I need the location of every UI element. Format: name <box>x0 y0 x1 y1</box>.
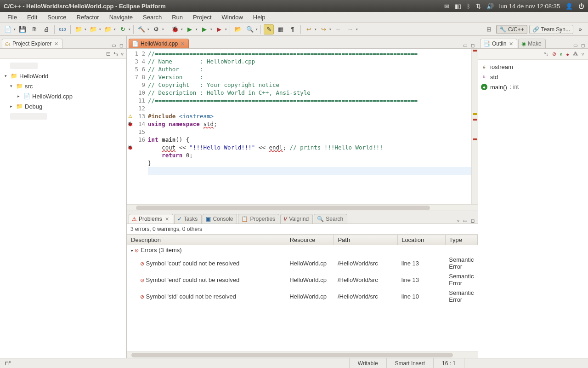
build-icon[interactable]: 🔨 <box>136 24 147 34</box>
profile-icon[interactable]: ▶ <box>199 24 209 34</box>
perspective-cpp[interactable]: 🔧 C/C++ <box>496 25 527 34</box>
nav-back-icon[interactable]: ← <box>333 24 343 34</box>
problem-row[interactable]: ⊘Symbol 'cout' could not be resolvedHell… <box>127 255 478 271</box>
problem-row[interactable]: ⊘Symbol 'std' could not be resolvedHello… <box>127 288 478 305</box>
clock[interactable]: lun 14 de nov 12:08:35 <box>499 3 560 10</box>
nav-forward-icon[interactable]: → <box>345 24 355 34</box>
hide-nonpublic-icon[interactable]: ● <box>566 52 569 57</box>
col-type[interactable]: Type <box>445 235 477 245</box>
editor-tab-helloworld[interactable]: 📄 HelloWorld.cpp ✕ <box>129 39 189 48</box>
maximize-icon[interactable]: ◻ <box>469 218 476 224</box>
warning-marker-icon[interactable]: ⚠ <box>127 112 133 120</box>
link-editor-icon[interactable]: ⇆ <box>113 51 118 57</box>
col-description[interactable]: Description <box>127 235 286 245</box>
tree-src[interactable]: ▾📁src <box>1 81 125 91</box>
next-annotation-icon[interactable]: ▦ <box>276 24 286 34</box>
search-icon[interactable]: 🔍 <box>245 24 255 34</box>
hide-static-icon[interactable]: s <box>560 52 563 57</box>
outline-item[interactable]: ⌗std <box>481 72 585 82</box>
problems-table[interactable]: Description Resource Path Location Type … <box>127 235 478 305</box>
debug-icon[interactable]: 🐞 <box>170 24 180 34</box>
error-marker-icon[interactable]: 🐞 <box>127 120 133 128</box>
editor-hscrollbar[interactable] <box>127 204 478 211</box>
minimize-icon[interactable]: ▭ <box>462 42 469 48</box>
externaltools-icon[interactable]: ▶ <box>214 24 224 34</box>
binary-icon[interactable]: 010 <box>57 24 68 34</box>
mail-icon[interactable]: ✉ <box>444 3 449 10</box>
menu-edit[interactable]: Edit <box>23 13 42 22</box>
tree-debug[interactable]: ▸📁Debug <box>1 101 125 111</box>
tab-valgrind[interactable]: VValgrind <box>280 214 313 224</box>
menu-window[interactable]: Window <box>217 13 248 22</box>
maximize-icon[interactable]: ◻ <box>118 42 124 48</box>
status-icon[interactable]: ⊓° <box>5 360 11 367</box>
save-all-icon[interactable]: 🗎 <box>29 24 40 34</box>
hide-fields-icon[interactable]: ⊘ <box>552 51 556 57</box>
project-tree[interactable]: ▾📁HelloWorld ▾📁src ▸📄HelloWorld.cpp ▸📁De… <box>0 59 126 123</box>
outline-tree[interactable]: #iostream ⌗std ●main(): int <box>478 60 588 358</box>
maximize-icon[interactable]: ◻ <box>580 42 586 48</box>
new-icon[interactable]: 📄 <box>3 24 13 34</box>
tab-console[interactable]: ▣Console <box>203 214 237 224</box>
close-icon[interactable]: ✕ <box>54 41 58 47</box>
editor[interactable]: ⚠ 🐞 🐞 1 2 3 4 5 6 7 8 9 10 11 12 13 14 1… <box>127 49 478 204</box>
minimize-icon[interactable]: ▭ <box>110 42 117 48</box>
build-config-icon[interactable]: ⚙ <box>151 24 161 34</box>
battery-icon[interactable]: ▮▯ <box>455 3 461 10</box>
maximize-icon[interactable]: ◻ <box>469 42 476 48</box>
outline-item[interactable]: ●main(): int <box>481 82 585 92</box>
close-icon[interactable]: ✕ <box>165 216 169 222</box>
view-menu-icon[interactable]: ▿ <box>456 218 461 224</box>
problems-hscrollbar[interactable] <box>127 351 478 358</box>
menu-search[interactable]: Search <box>138 13 166 22</box>
tab-make[interactable]: ◉Make <box>518 39 545 48</box>
perspective-team-sync[interactable]: 🔗 Team Syn... <box>529 25 573 34</box>
tab-properties[interactable]: 📋Properties <box>238 214 279 224</box>
user-icon[interactable]: 👤 <box>565 3 573 10</box>
tab-project-explorer[interactable]: 🗂 Project Explorer ✕ <box>2 39 62 48</box>
close-icon[interactable]: ✕ <box>509 41 513 47</box>
toggle-mark-icon[interactable]: ✎ <box>264 24 274 34</box>
tab-outline[interactable]: 📑Outlin ✕ <box>480 39 517 48</box>
open-perspective-icon[interactable]: ⊞ <box>484 24 494 34</box>
view-menu-icon[interactable]: ▿ <box>121 51 124 57</box>
errors-group-row[interactable]: ▾ ⊘Errors (3 items) <box>127 245 478 255</box>
print-icon[interactable]: 🖨 <box>41 24 51 34</box>
menu-help[interactable]: Help <box>249 13 270 22</box>
menu-source[interactable]: Source <box>43 13 71 22</box>
run-icon[interactable]: ▶ <box>185 24 195 34</box>
collapse-all-icon[interactable]: ⊟ <box>106 51 111 57</box>
problem-row[interactable]: ⊘Symbol 'endl' could not be resolvedHell… <box>127 271 478 288</box>
bluetooth-icon[interactable]: ᛒ <box>467 3 470 10</box>
col-path[interactable]: Path <box>334 235 398 245</box>
tab-tasks[interactable]: ✓Tasks <box>174 214 202 224</box>
tab-search[interactable]: 🔍Search <box>314 214 347 224</box>
new-cpp-class-icon[interactable]: 📁 <box>74 24 84 34</box>
menu-project[interactable]: Project <box>188 13 216 22</box>
menu-navigate[interactable]: Navigate <box>105 13 137 22</box>
chevron-right-icon[interactable]: » <box>575 24 585 34</box>
tab-problems[interactable]: ⚠Problems ✕ <box>129 214 173 224</box>
sort-icon[interactable]: ᵃ↓ <box>544 51 548 57</box>
open-type-icon[interactable]: ↻ <box>118 24 128 34</box>
outline-item[interactable]: #iostream <box>481 62 585 72</box>
minimize-icon[interactable]: ▭ <box>572 42 579 48</box>
group-icon[interactable]: ⁂ <box>573 51 578 57</box>
new-source-icon[interactable]: 📁 <box>103 24 113 34</box>
view-menu-icon[interactable]: ▿ <box>582 51 584 57</box>
last-edit-icon[interactable]: ↩ <box>304 24 314 34</box>
volume-icon[interactable]: 🔊 <box>486 3 494 10</box>
prev-annotation-icon[interactable]: ¶ <box>288 24 298 34</box>
col-location[interactable]: Location <box>398 235 446 245</box>
power-icon[interactable]: ⏻ <box>578 3 584 10</box>
menu-file[interactable]: File <box>3 13 22 22</box>
menu-refactor[interactable]: Refactor <box>72 13 104 22</box>
tree-project[interactable]: ▾📁HelloWorld <box>1 71 125 81</box>
open-element-icon[interactable]: 📂 <box>233 24 243 34</box>
col-resource[interactable]: Resource <box>286 235 334 245</box>
overview-ruler[interactable] <box>471 49 478 204</box>
error-marker-icon[interactable]: 🐞 <box>127 144 133 151</box>
tree-file[interactable]: ▸📄HelloWorld.cpp <box>1 91 125 101</box>
back-icon[interactable]: ↪ <box>318 24 328 34</box>
close-icon[interactable]: ✕ <box>181 41 185 47</box>
